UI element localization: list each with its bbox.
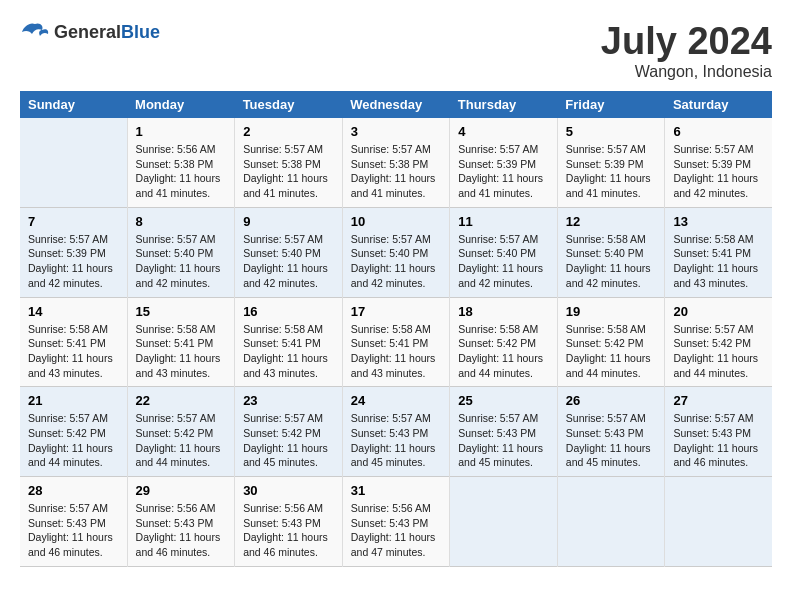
calendar-cell: 10Sunrise: 5:57 AMSunset: 5:40 PMDayligh… [342,207,450,297]
day-info: Sunrise: 5:57 AMSunset: 5:40 PMDaylight:… [351,232,442,291]
day-info: Sunrise: 5:58 AMSunset: 5:41 PMDaylight:… [243,322,334,381]
day-number: 27 [673,393,764,408]
day-info: Sunrise: 5:58 AMSunset: 5:42 PMDaylight:… [566,322,657,381]
day-info: Sunrise: 5:58 AMSunset: 5:41 PMDaylight:… [673,232,764,291]
day-number: 8 [136,214,227,229]
day-number: 5 [566,124,657,139]
day-number: 21 [28,393,119,408]
logo-general: General [54,22,121,42]
day-info: Sunrise: 5:56 AMSunset: 5:43 PMDaylight:… [243,501,334,560]
day-info: Sunrise: 5:57 AMSunset: 5:39 PMDaylight:… [28,232,119,291]
week-row-5: 28Sunrise: 5:57 AMSunset: 5:43 PMDayligh… [20,477,772,567]
col-header-sunday: Sunday [20,91,127,118]
day-info: Sunrise: 5:57 AMSunset: 5:42 PMDaylight:… [243,411,334,470]
calendar-cell: 17Sunrise: 5:58 AMSunset: 5:41 PMDayligh… [342,297,450,387]
logo-icon [20,20,50,44]
day-info: Sunrise: 5:57 AMSunset: 5:43 PMDaylight:… [458,411,549,470]
col-header-thursday: Thursday [450,91,558,118]
calendar-cell: 30Sunrise: 5:56 AMSunset: 5:43 PMDayligh… [235,477,343,567]
day-number: 29 [136,483,227,498]
day-number: 9 [243,214,334,229]
month-title: July 2024 [601,20,772,63]
calendar-cell [557,477,665,567]
calendar-cell: 27Sunrise: 5:57 AMSunset: 5:43 PMDayligh… [665,387,772,477]
calendar-cell: 28Sunrise: 5:57 AMSunset: 5:43 PMDayligh… [20,477,127,567]
day-number: 4 [458,124,549,139]
calendar-cell: 14Sunrise: 5:58 AMSunset: 5:41 PMDayligh… [20,297,127,387]
page-header: GeneralBlue July 2024 Wangon, Indonesia [20,20,772,81]
col-header-friday: Friday [557,91,665,118]
day-info: Sunrise: 5:57 AMSunset: 5:42 PMDaylight:… [136,411,227,470]
day-number: 30 [243,483,334,498]
day-number: 15 [136,304,227,319]
day-number: 26 [566,393,657,408]
calendar-cell: 25Sunrise: 5:57 AMSunset: 5:43 PMDayligh… [450,387,558,477]
calendar-cell: 20Sunrise: 5:57 AMSunset: 5:42 PMDayligh… [665,297,772,387]
calendar-cell: 15Sunrise: 5:58 AMSunset: 5:41 PMDayligh… [127,297,235,387]
day-info: Sunrise: 5:58 AMSunset: 5:41 PMDaylight:… [351,322,442,381]
calendar-cell: 5Sunrise: 5:57 AMSunset: 5:39 PMDaylight… [557,118,665,207]
day-info: Sunrise: 5:58 AMSunset: 5:41 PMDaylight:… [136,322,227,381]
day-number: 18 [458,304,549,319]
day-number: 14 [28,304,119,319]
day-number: 17 [351,304,442,319]
calendar-cell: 12Sunrise: 5:58 AMSunset: 5:40 PMDayligh… [557,207,665,297]
day-number: 24 [351,393,442,408]
calendar-cell: 8Sunrise: 5:57 AMSunset: 5:40 PMDaylight… [127,207,235,297]
day-info: Sunrise: 5:56 AMSunset: 5:43 PMDaylight:… [351,501,442,560]
day-info: Sunrise: 5:57 AMSunset: 5:39 PMDaylight:… [673,142,764,201]
day-number: 10 [351,214,442,229]
logo-blue: Blue [121,22,160,42]
week-row-2: 7Sunrise: 5:57 AMSunset: 5:39 PMDaylight… [20,207,772,297]
day-number: 22 [136,393,227,408]
day-number: 16 [243,304,334,319]
calendar-cell: 16Sunrise: 5:58 AMSunset: 5:41 PMDayligh… [235,297,343,387]
calendar-cell: 31Sunrise: 5:56 AMSunset: 5:43 PMDayligh… [342,477,450,567]
day-number: 1 [136,124,227,139]
day-number: 19 [566,304,657,319]
day-number: 28 [28,483,119,498]
calendar-cell: 23Sunrise: 5:57 AMSunset: 5:42 PMDayligh… [235,387,343,477]
day-info: Sunrise: 5:57 AMSunset: 5:38 PMDaylight:… [243,142,334,201]
calendar-cell [665,477,772,567]
day-info: Sunrise: 5:57 AMSunset: 5:40 PMDaylight:… [136,232,227,291]
calendar-cell: 18Sunrise: 5:58 AMSunset: 5:42 PMDayligh… [450,297,558,387]
week-row-4: 21Sunrise: 5:57 AMSunset: 5:42 PMDayligh… [20,387,772,477]
day-info: Sunrise: 5:57 AMSunset: 5:39 PMDaylight:… [566,142,657,201]
day-info: Sunrise: 5:58 AMSunset: 5:40 PMDaylight:… [566,232,657,291]
title-section: July 2024 Wangon, Indonesia [601,20,772,81]
day-info: Sunrise: 5:56 AMSunset: 5:38 PMDaylight:… [136,142,227,201]
day-info: Sunrise: 5:57 AMSunset: 5:42 PMDaylight:… [28,411,119,470]
calendar-table: SundayMondayTuesdayWednesdayThursdayFrid… [20,91,772,567]
calendar-cell: 21Sunrise: 5:57 AMSunset: 5:42 PMDayligh… [20,387,127,477]
logo-text: GeneralBlue [54,22,160,43]
day-info: Sunrise: 5:57 AMSunset: 5:39 PMDaylight:… [458,142,549,201]
calendar-cell: 2Sunrise: 5:57 AMSunset: 5:38 PMDaylight… [235,118,343,207]
col-header-saturday: Saturday [665,91,772,118]
calendar-header-row: SundayMondayTuesdayWednesdayThursdayFrid… [20,91,772,118]
day-number: 31 [351,483,442,498]
day-info: Sunrise: 5:57 AMSunset: 5:43 PMDaylight:… [566,411,657,470]
logo: GeneralBlue [20,20,160,44]
calendar-cell: 9Sunrise: 5:57 AMSunset: 5:40 PMDaylight… [235,207,343,297]
day-number: 20 [673,304,764,319]
day-info: Sunrise: 5:56 AMSunset: 5:43 PMDaylight:… [136,501,227,560]
week-row-3: 14Sunrise: 5:58 AMSunset: 5:41 PMDayligh… [20,297,772,387]
day-number: 3 [351,124,442,139]
calendar-cell: 7Sunrise: 5:57 AMSunset: 5:39 PMDaylight… [20,207,127,297]
day-number: 12 [566,214,657,229]
calendar-cell: 29Sunrise: 5:56 AMSunset: 5:43 PMDayligh… [127,477,235,567]
day-number: 25 [458,393,549,408]
calendar-cell: 6Sunrise: 5:57 AMSunset: 5:39 PMDaylight… [665,118,772,207]
day-info: Sunrise: 5:58 AMSunset: 5:42 PMDaylight:… [458,322,549,381]
calendar-cell: 13Sunrise: 5:58 AMSunset: 5:41 PMDayligh… [665,207,772,297]
week-row-1: 1Sunrise: 5:56 AMSunset: 5:38 PMDaylight… [20,118,772,207]
calendar-cell: 26Sunrise: 5:57 AMSunset: 5:43 PMDayligh… [557,387,665,477]
calendar-cell [450,477,558,567]
day-info: Sunrise: 5:57 AMSunset: 5:40 PMDaylight:… [458,232,549,291]
day-number: 2 [243,124,334,139]
day-number: 7 [28,214,119,229]
day-number: 6 [673,124,764,139]
calendar-cell: 3Sunrise: 5:57 AMSunset: 5:38 PMDaylight… [342,118,450,207]
day-info: Sunrise: 5:57 AMSunset: 5:40 PMDaylight:… [243,232,334,291]
